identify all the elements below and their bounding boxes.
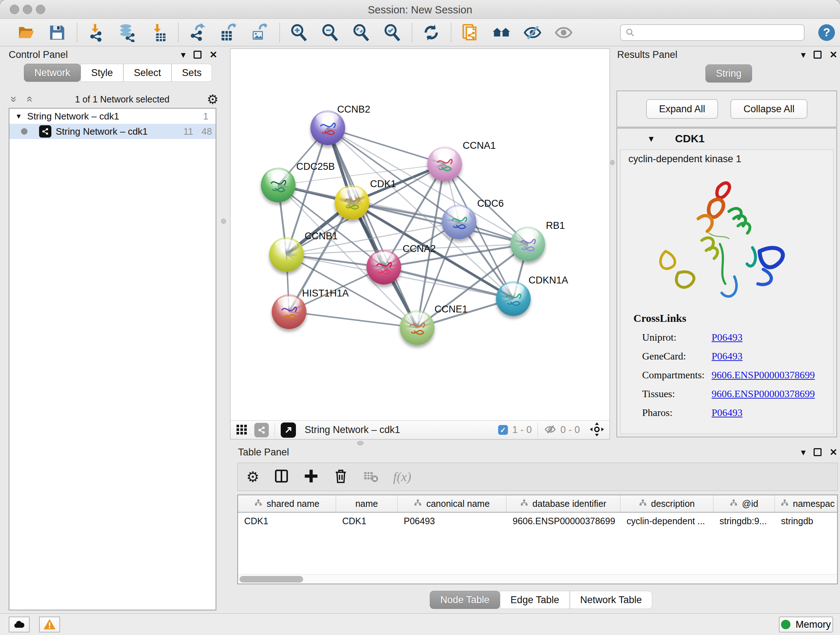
hide-selected-icon[interactable] [523, 23, 542, 42]
table-options-gear-icon[interactable]: ⚙ [246, 469, 259, 485]
export-table-icon[interactable] [219, 23, 238, 42]
tab-style[interactable]: Style [81, 64, 123, 82]
delete-table-icon[interactable] [363, 468, 379, 486]
panel-close-icon[interactable]: ✕ [210, 50, 218, 59]
open-in-window-icon[interactable] [281, 423, 296, 438]
tab-network-table[interactable]: Network Table [570, 591, 653, 609]
network-node-CCNB2[interactable] [310, 111, 345, 145]
collapse-all-button[interactable]: Collapse All [730, 99, 807, 119]
function-builder-icon[interactable]: f(x) [393, 469, 411, 485]
cloud-status-button[interactable] [9, 616, 30, 632]
table-horizontal-scrollbar[interactable] [238, 574, 837, 584]
column-header-description[interactable]: description [621, 495, 714, 512]
scrollbar-thumb[interactable] [240, 576, 303, 583]
tab-node-table[interactable]: Node Table [430, 591, 500, 609]
network-tree: ▾ String Network – cdk1 1 String Network… [9, 108, 216, 610]
column-header-namespac[interactable]: namespac [775, 495, 838, 512]
network-view-toolbar: String Network – cdk1 ✓ 1 - 0 0 - 0 [231, 420, 609, 439]
column-header-canonical-name[interactable]: canonical name [398, 495, 507, 512]
first-neighbors-icon[interactable] [492, 23, 511, 42]
panel-menu-icon[interactable]: ▾ [181, 50, 186, 59]
column-header-database-identifier[interactable]: database identifier [507, 495, 621, 512]
network-node-CDKN1A[interactable] [496, 281, 531, 316]
network-canvas[interactable]: CCNB2CCNA1CDC25BCDK1CDC6RB1CCNB1CCNA2CDK… [231, 49, 609, 420]
show-all-icon[interactable] [554, 23, 573, 42]
tab-edge-table[interactable]: Edge Table [500, 591, 570, 609]
fit-content-crosshair-icon[interactable] [589, 422, 605, 439]
zoom-fit-icon[interactable] [352, 23, 370, 42]
network-node-CCNA1[interactable] [427, 147, 462, 181]
refresh-icon[interactable] [422, 23, 441, 42]
network-collection-row[interactable]: ▾ String Network – cdk1 1 [9, 109, 216, 124]
panel-float-icon[interactable] [194, 51, 202, 59]
network-node-CCNA2[interactable] [366, 250, 401, 285]
network-node-CCNB1[interactable] [269, 237, 304, 272]
grid-view-icon[interactable] [235, 423, 248, 437]
delete-column-trash-icon[interactable] [333, 469, 348, 485]
search-field[interactable] [635, 27, 794, 38]
network-edge[interactable] [289, 312, 417, 328]
network-row[interactable]: String Network – cdk1 11 48 [9, 124, 216, 139]
section-collapse-icon[interactable]: ▾ [649, 134, 653, 144]
splitter-handle[interactable] [357, 441, 363, 445]
crosslink-link[interactable]: P06493 [712, 350, 743, 362]
node-structure-thumbnail [427, 147, 462, 181]
import-network-database-icon[interactable] [118, 23, 137, 42]
crosslink-link[interactable]: 9606.ENSP00000378699 [712, 388, 815, 400]
crosslink-link[interactable]: P06493 [712, 407, 743, 418]
column-header-@id[interactable]: @id [714, 495, 775, 512]
collapse-all-icon[interactable]: » [8, 94, 20, 105]
network-node-HIST1H1A[interactable] [272, 295, 306, 329]
column-header-shared-name[interactable]: shared name [238, 495, 336, 512]
crosslink-link[interactable]: 9606.ENSP00000378699 [712, 369, 815, 381]
open-session-icon[interactable] [17, 23, 35, 42]
panel-close-icon[interactable]: ✕ [829, 50, 837, 59]
export-image-icon[interactable] [250, 23, 269, 42]
network-node-CDC6[interactable] [442, 204, 477, 239]
control-panel-title: Control Panel [9, 49, 68, 60]
memory-button[interactable]: Memory [779, 616, 833, 632]
network-node-CDK1[interactable] [335, 185, 369, 220]
export-network-icon[interactable] [188, 23, 207, 42]
node-gloss [275, 239, 297, 250]
splitter-handle[interactable] [221, 219, 226, 224]
expand-all-icon[interactable]: » [22, 94, 35, 105]
zoom-in-icon[interactable] [289, 23, 308, 42]
panel-menu-icon[interactable]: ▾ [801, 448, 806, 457]
import-table-file-icon[interactable] [149, 23, 168, 42]
panel-float-icon[interactable] [813, 51, 821, 59]
tab-select[interactable]: Select [123, 64, 172, 82]
clone-network-icon[interactable] [461, 23, 480, 42]
tab-network[interactable]: Network [24, 64, 81, 82]
network-node-CDC25B[interactable] [261, 168, 295, 203]
warnings-button[interactable] [39, 616, 60, 632]
column-header-name[interactable]: name [336, 495, 398, 512]
save-session-icon[interactable] [48, 23, 66, 42]
show-columns-icon[interactable] [274, 469, 289, 485]
search-input[interactable] [620, 24, 805, 41]
tab-sets[interactable]: Sets [172, 64, 212, 82]
help-icon[interactable]: ? [818, 24, 835, 41]
hidden-eye-icon[interactable] [544, 423, 557, 437]
network-options-gear-icon[interactable]: ⚙ [207, 92, 218, 107]
panel-menu-icon[interactable]: ▾ [801, 50, 806, 59]
network-node-RB1[interactable] [510, 226, 545, 261]
zoom-selected-icon[interactable] [383, 23, 401, 42]
splitter-handle[interactable] [610, 160, 615, 165]
add-column-icon[interactable] [303, 469, 319, 485]
panel-close-icon[interactable]: ✕ [829, 448, 837, 457]
expand-all-button[interactable]: Expand All [646, 99, 718, 119]
window-title: Session: New Session [0, 4, 840, 16]
network-edges [231, 49, 609, 420]
panel-float-icon[interactable] [813, 448, 821, 456]
zoom-out-icon[interactable] [321, 23, 339, 42]
selected-checkbox-icon[interactable]: ✓ [498, 425, 508, 435]
network-node-CCNE1[interactable] [400, 310, 434, 345]
crosslink-link[interactable]: P06493 [712, 332, 743, 343]
table-header-row: shared namenamecanonical namedatabase id… [238, 495, 837, 513]
import-network-file-icon[interactable] [87, 23, 106, 42]
table-row[interactable]: CDK1CDK1P064939606.ENSP00000378699cyclin… [238, 513, 837, 529]
tab-string[interactable]: String [706, 65, 752, 82]
collection-expand-icon[interactable]: ▾ [17, 111, 21, 121]
network-birdseye-icon[interactable] [254, 423, 269, 437]
